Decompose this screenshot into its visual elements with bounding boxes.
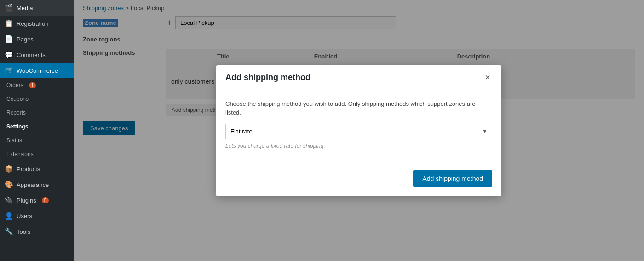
sidebar-item-status[interactable]: Status [0, 133, 74, 147]
sidebar-item-plugins[interactable]: 🔌 Plugins 5 [0, 192, 74, 208]
sidebar-item-woocommerce[interactable]: 🛒 WooCommerce [0, 63, 74, 78]
add-shipping-method-button[interactable]: Add shipping method [413, 170, 492, 187]
appearance-icon: 🎨 [5, 180, 13, 189]
sidebar-item-registration[interactable]: 📋 Registration [0, 16, 74, 31]
shipping-method-select[interactable]: Flat rate Free shipping Local pickup [225, 124, 492, 139]
sidebar-item-orders[interactable]: Orders 1 [0, 78, 74, 92]
modal-header: Add shipping method × [216, 65, 501, 90]
orders-badge: 1 [29, 82, 36, 88]
products-icon: 📦 [5, 165, 13, 173]
woocommerce-icon: 🛒 [5, 66, 13, 75]
tools-icon: 🔧 [5, 227, 13, 236]
modal-close-button[interactable]: × [483, 73, 492, 82]
sidebar-item-extensions[interactable]: Extensions [0, 147, 74, 161]
media-icon: 🎬 [5, 4, 13, 12]
sidebar-item-tools[interactable]: 🔧 Tools [0, 224, 74, 239]
sidebar: 🎬 Media 📋 Registration 📄 Pages 💬 Comment… [0, 0, 74, 261]
modal-description: Choose the shipping method you wish to a… [225, 99, 492, 117]
registration-icon: 📋 [5, 19, 13, 28]
sidebar-item-settings[interactable]: Settings [0, 120, 74, 133]
sidebar-item-comments[interactable]: 💬 Comments [0, 47, 74, 63]
modal-select-hint: Lets you charge a fixed rate for shippin… [225, 143, 492, 149]
sidebar-item-appearance[interactable]: 🎨 Appearance [0, 177, 74, 192]
sidebar-item-pages[interactable]: 📄 Pages [0, 31, 74, 47]
modal-title: Add shipping method [225, 73, 310, 82]
main-content: Shipping zones > Local Pickup Zone name … [74, 0, 644, 261]
pages-icon: 📄 [5, 35, 13, 43]
modal-body: Choose the shipping method you wish to a… [216, 90, 501, 166]
modal-overlay: Add shipping method × Choose the shippin… [74, 0, 644, 261]
plugins-badge: 5 [42, 197, 49, 203]
add-shipping-method-modal: Add shipping method × Choose the shippin… [216, 65, 501, 196]
sidebar-item-products[interactable]: 📦 Products [0, 161, 74, 177]
modal-footer: Add shipping method [216, 166, 501, 196]
comments-icon: 💬 [5, 51, 13, 59]
users-icon: 👤 [5, 212, 13, 220]
sidebar-item-reports[interactable]: Reports [0, 106, 74, 120]
sidebar-item-users[interactable]: 👤 Users [0, 208, 74, 224]
sidebar-item-media[interactable]: 🎬 Media [0, 0, 74, 16]
sidebar-item-coupons[interactable]: Coupons [0, 92, 74, 106]
plugins-icon: 🔌 [5, 196, 13, 204]
modal-select-wrap: Flat rate Free shipping Local pickup ▼ [225, 124, 492, 139]
